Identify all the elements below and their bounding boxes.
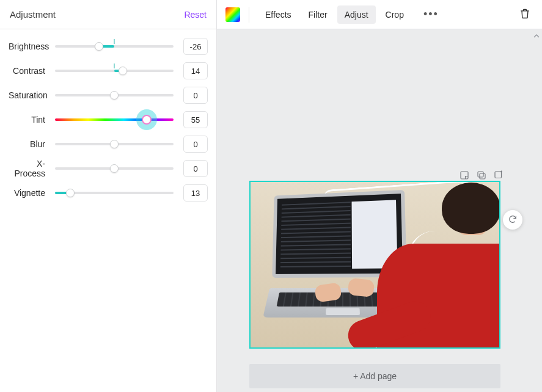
contrast-value[interactable]: 14: [183, 62, 208, 79]
add-section-icon: [493, 170, 504, 181]
brightness-slider[interactable]: [55, 40, 174, 53]
reset-image-button[interactable]: [503, 210, 522, 230]
saturation-slider[interactable]: [55, 89, 174, 101]
delete-button[interactable]: [516, 5, 533, 24]
more-button[interactable]: •••: [419, 5, 444, 23]
blur-value[interactable]: 0: [183, 136, 208, 153]
tint-label: Tint: [9, 115, 55, 125]
contrast-row: Contrast 14: [9, 59, 208, 83]
xprocess-value[interactable]: 0: [183, 160, 208, 177]
selected-image[interactable]: [249, 181, 500, 349]
page-tools: [459, 170, 504, 181]
adjustment-panel: Adjustment Reset Brightness -26 Contrast: [0, 0, 217, 392]
color-swatch-button[interactable]: [225, 7, 240, 22]
blur-row: Blur 0: [9, 132, 208, 156]
crop-button[interactable]: Crop: [378, 5, 411, 24]
vignette-row: Vignette 13: [9, 181, 208, 205]
vignette-slider[interactable]: [55, 187, 174, 199]
editor-main: Effects Filter Adjust Crop •••: [217, 0, 542, 392]
adjustment-sliders: Brightness -26 Contrast 14: [0, 29, 216, 205]
saturation-label: Saturation: [9, 90, 55, 100]
contrast-slider[interactable]: [55, 65, 174, 77]
contrast-label: Contrast: [9, 66, 55, 76]
notes-button[interactable]: [459, 170, 470, 181]
editor-toolbar: Effects Filter Adjust Crop •••: [217, 0, 542, 29]
tint-slider[interactable]: [55, 114, 174, 126]
adjustment-panel-title: Adjustment: [10, 9, 56, 20]
image-content: [251, 182, 499, 347]
refresh-icon: [508, 214, 518, 226]
adjust-button[interactable]: Adjust: [337, 5, 376, 24]
brightness-value[interactable]: -26: [183, 38, 208, 55]
svg-rect-2: [478, 172, 483, 177]
tint-row: Tint 55: [9, 107, 208, 132]
duplicate-page-button[interactable]: [476, 170, 487, 181]
toolbar-divider: [249, 7, 249, 23]
tint-value[interactable]: 55: [183, 111, 208, 128]
brightness-label: Brightness: [9, 42, 55, 51]
brightness-row: Brightness -26: [9, 34, 208, 59]
trash-icon: [519, 12, 531, 21]
xprocess-row: X-Process 0: [9, 156, 208, 181]
duplicate-icon: [476, 170, 487, 181]
adjustment-panel-header: Adjustment Reset: [0, 0, 216, 29]
xprocess-label: X-Process: [9, 159, 55, 178]
vignette-value[interactable]: 13: [183, 184, 208, 201]
effects-button[interactable]: Effects: [258, 5, 299, 24]
scroll-up-arrow-icon[interactable]: [533, 31, 540, 41]
svg-rect-3: [495, 172, 502, 178]
note-icon: [459, 170, 470, 181]
svg-rect-1: [480, 173, 485, 179]
add-page-button[interactable]: + Add page: [249, 364, 500, 388]
blur-slider[interactable]: [55, 138, 174, 150]
reset-button[interactable]: Reset: [184, 10, 207, 20]
blur-label: Blur: [9, 139, 55, 149]
svg-rect-0: [461, 172, 468, 179]
saturation-row: Saturation 0: [9, 83, 208, 107]
filter-button[interactable]: Filter: [301, 5, 335, 24]
add-section-button[interactable]: [493, 170, 504, 181]
canvas-area: + Add page: [217, 29, 542, 392]
xprocess-slider[interactable]: [55, 162, 174, 175]
vignette-label: Vignette: [9, 188, 55, 198]
saturation-value[interactable]: 0: [183, 87, 208, 104]
